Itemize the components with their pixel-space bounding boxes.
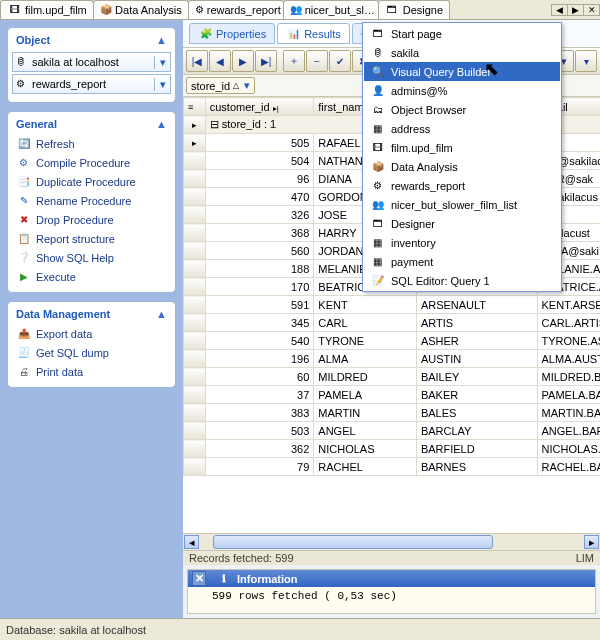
table-row[interactable]: 362NICHOLASBARFIELDNICHOLAS.BARFIELD@sa <box>184 440 601 458</box>
scroll-thumb[interactable] <box>213 535 493 549</box>
menu-item-film-upd-film[interactable]: 🎞film.upd_film <box>364 138 560 157</box>
group-toggle[interactable]: ▸ <box>184 116 206 134</box>
cell-customer_id[interactable]: 60 <box>205 368 314 386</box>
cell-customer_id[interactable]: 591 <box>205 296 314 314</box>
row-gutter-header[interactable]: ≡ <box>184 98 206 116</box>
cell-customer_id[interactable]: 79 <box>205 458 314 476</box>
schema-selector[interactable]: 🛢 sakila at localhost ▾ <box>12 52 171 72</box>
horizontal-scrollbar[interactable]: ◂ ▸ <box>183 533 600 550</box>
procedure-selector[interactable]: ⚙ rewards_report ▾ <box>12 74 171 94</box>
tab-results[interactable]: 📊 Results <box>277 23 350 44</box>
cell-customer_id[interactable]: 326 <box>205 206 314 224</box>
cell-first_name[interactable]: MARTIN <box>314 404 417 422</box>
menu-item-nicer-but-slower-film-list[interactable]: 👥nicer_but_slower_film_list <box>364 195 560 214</box>
row-gutter[interactable] <box>184 458 206 476</box>
extra-select[interactable]: ▾ <box>575 50 597 72</box>
action-export-data[interactable]: 📤Export data <box>12 324 171 343</box>
document-tab[interactable]: 🎞film.upd_film <box>0 0 94 19</box>
group-dropdown-icon[interactable]: ▾ <box>244 79 250 92</box>
cell-last_name[interactable]: ARSENAULT <box>416 296 537 314</box>
row-gutter[interactable] <box>184 206 206 224</box>
table-row[interactable]: 383MARTINBALESMARTIN.BALES@sakilacu <box>184 404 601 422</box>
first-record-button[interactable]: |◀ <box>186 50 208 72</box>
action-rename-procedure[interactable]: ✎Rename Procedure <box>12 191 171 210</box>
row-gutter[interactable] <box>184 260 206 278</box>
tabstrip-left-button[interactable]: ◀ <box>551 4 568 16</box>
cell-email[interactable]: ALMA.AUSTIN@sakilacust <box>537 350 600 368</box>
action-compile-procedure[interactable]: ⚙Compile Procedure <box>12 153 171 172</box>
menu-item-inventory[interactable]: ▦inventory <box>364 233 560 252</box>
menu-item-start-page[interactable]: 🗔Start page <box>364 24 560 43</box>
cell-customer_id[interactable]: 503 <box>205 422 314 440</box>
cell-customer_id[interactable]: 345 <box>205 314 314 332</box>
last-record-button[interactable]: ▶| <box>255 50 277 72</box>
cell-last_name[interactable]: BARCLAY <box>416 422 537 440</box>
tabstrip-close-button[interactable]: ✕ <box>583 4 600 16</box>
table-row[interactable]: 79RACHELBARNESRACHEL.BARNES@sakilac <box>184 458 601 476</box>
cell-email[interactable]: MILDRED.BAILEY@sakilac <box>537 368 600 386</box>
action-execute[interactable]: ▶Execute <box>12 267 171 286</box>
menu-item-designer[interactable]: 🗔Designer <box>364 214 560 233</box>
cell-first_name[interactable]: ALMA <box>314 350 417 368</box>
table-row[interactable]: 37PAMELABAKERPAMELA.BAKER@sakilacu <box>184 386 601 404</box>
action-duplicate-procedure[interactable]: 📑Duplicate Procedure <box>12 172 171 191</box>
menu-item-address[interactable]: ▦address <box>364 119 560 138</box>
cell-email[interactable]: ANGEL.BARCLAY@sakilac <box>537 422 600 440</box>
save-record-button[interactable]: ✔ <box>329 50 351 72</box>
cell-first_name[interactable]: NICHOLAS <box>314 440 417 458</box>
cell-last_name[interactable]: BARFIELD <box>416 440 537 458</box>
general-panel-header[interactable]: General ▲ <box>12 116 171 134</box>
cell-email[interactable]: MARTIN.BALES@sakilacu <box>537 404 600 422</box>
cell-customer_id[interactable]: 96 <box>205 170 314 188</box>
row-gutter[interactable] <box>184 296 206 314</box>
cell-last_name[interactable]: BAILEY <box>416 368 537 386</box>
cell-customer_id[interactable]: 368 <box>205 224 314 242</box>
menu-item-admins-[interactable]: 👤admins@% <box>364 81 560 100</box>
document-tab[interactable]: 📦Data Analysis <box>93 0 189 19</box>
chevron-down-icon[interactable]: ▾ <box>154 78 170 91</box>
tab-properties[interactable]: 🧩 Properties <box>189 23 275 44</box>
cell-first_name[interactable]: TYRONE <box>314 332 417 350</box>
navigator-dropdown[interactable]: 🗔Start page🛢sakila🔍Visual Query Builder👤… <box>362 22 562 292</box>
cell-last_name[interactable]: BARNES <box>416 458 537 476</box>
tabstrip-right-button[interactable]: ▶ <box>567 4 584 16</box>
cell-last_name[interactable]: AUSTIN <box>416 350 537 368</box>
menu-item-object-browser[interactable]: 🗂Object Browser <box>364 100 560 119</box>
document-tab[interactable]: 👥nicer_but_sl… <box>283 0 379 19</box>
row-gutter[interactable]: ▸ <box>184 134 206 152</box>
cell-first_name[interactable]: RACHEL <box>314 458 417 476</box>
menu-item-sakila[interactable]: 🛢sakila <box>364 43 560 62</box>
chevron-down-icon[interactable]: ▾ <box>154 56 170 69</box>
action-report-structure[interactable]: 📋Report structure <box>12 229 171 248</box>
collapse-icon[interactable]: ▲ <box>156 118 167 130</box>
menu-item-rewards-report[interactable]: ⚙rewards_report <box>364 176 560 195</box>
cell-last_name[interactable]: BALES <box>416 404 537 422</box>
row-gutter[interactable] <box>184 368 206 386</box>
row-gutter[interactable] <box>184 404 206 422</box>
close-info-button[interactable]: ✕ <box>192 571 206 586</box>
cell-customer_id[interactable]: 505 <box>205 134 314 152</box>
action-print-data[interactable]: 🖨Print data <box>12 362 171 381</box>
cell-first_name[interactable]: KENT <box>314 296 417 314</box>
prev-record-button[interactable]: ◀ <box>209 50 231 72</box>
row-gutter[interactable] <box>184 170 206 188</box>
cell-customer_id[interactable]: 504 <box>205 152 314 170</box>
next-record-button[interactable]: ▶ <box>232 50 254 72</box>
row-gutter[interactable] <box>184 440 206 458</box>
collapse-icon[interactable]: ▲ <box>156 34 167 46</box>
add-record-button[interactable]: ＋ <box>283 50 305 72</box>
document-tab[interactable]: ⚙rewards_report <box>188 0 284 19</box>
action-get-sql-dump[interactable]: 🧾Get SQL dump <box>12 343 171 362</box>
cell-last_name[interactable]: BAKER <box>416 386 537 404</box>
table-row[interactable]: 503ANGELBARCLAYANGEL.BARCLAY@sakilac <box>184 422 601 440</box>
row-gutter[interactable] <box>184 332 206 350</box>
cell-first_name[interactable]: PAMELA <box>314 386 417 404</box>
cell-first_name[interactable]: CARL <box>314 314 417 332</box>
cell-email[interactable]: RACHEL.BARNES@sakilac <box>537 458 600 476</box>
document-tab[interactable]: 🗔Designe <box>378 0 450 19</box>
menu-item-sql-editor-query-1[interactable]: 📝SQL Editor: Query 1 <box>364 271 560 290</box>
cell-email[interactable]: CARL.ARTIS@sakilacustc <box>537 314 600 332</box>
cell-customer_id[interactable]: 560 <box>205 242 314 260</box>
cell-email[interactable]: NICHOLAS.BARFIELD@sa <box>537 440 600 458</box>
table-row[interactable]: 60MILDREDBAILEYMILDRED.BAILEY@sakilac <box>184 368 601 386</box>
